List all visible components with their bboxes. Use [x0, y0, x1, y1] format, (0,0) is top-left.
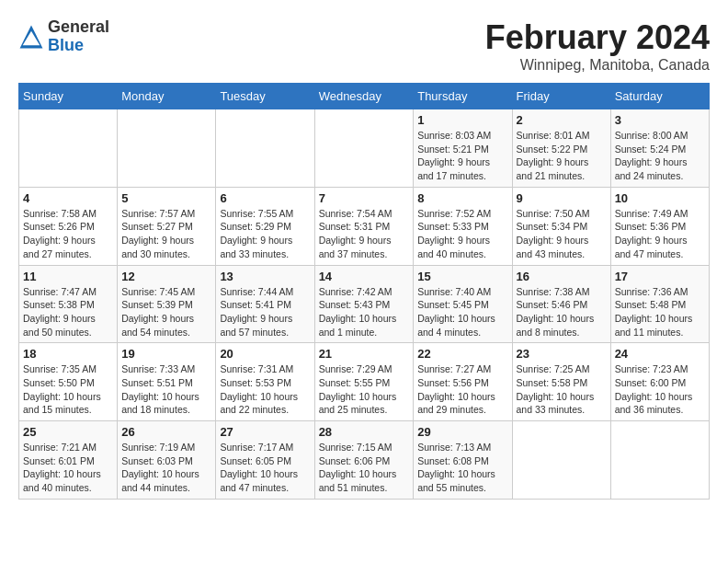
day-number: 11 [23, 270, 113, 283]
day-info: Sunrise: 7:25 AMSunset: 5:58 PMDaylight:… [517, 362, 607, 417]
calendar-week-1: 1Sunrise: 8:03 AMSunset: 5:21 PMDaylight… [19, 109, 710, 188]
calendar-week-5: 25Sunrise: 7:21 AMSunset: 6:01 PMDayligh… [19, 421, 710, 500]
day-number: 21 [319, 347, 410, 361]
day-number: 29 [417, 425, 507, 439]
calendar-cell: 16Sunrise: 7:38 AMSunset: 5:46 PMDayligh… [512, 265, 610, 343]
calendar-cell [314, 109, 414, 188]
day-number: 13 [220, 270, 310, 283]
calendar-cell: 11Sunrise: 7:47 AMSunset: 5:38 PMDayligh… [19, 265, 118, 343]
day-info: Sunrise: 7:54 AMSunset: 5:31 PMDaylight:… [319, 207, 410, 261]
day-number: 9 [517, 191, 607, 205]
day-number: 17 [615, 270, 705, 283]
calendar-week-4: 18Sunrise: 7:35 AMSunset: 5:50 PMDayligh… [19, 343, 710, 421]
page-header: General Blue February 2024 Winnipeg, Man… [18, 18, 710, 74]
location-title: Winnipeg, Manitoba, Canada [485, 57, 710, 74]
day-number: 10 [615, 191, 705, 205]
calendar-cell: 19Sunrise: 7:33 AMSunset: 5:51 PMDayligh… [118, 343, 216, 421]
day-number: 1 [417, 113, 507, 127]
calendar-cell [610, 421, 709, 500]
day-info: Sunrise: 7:29 AMSunset: 5:55 PMDaylight:… [319, 362, 410, 417]
calendar-cell: 20Sunrise: 7:31 AMSunset: 5:53 PMDayligh… [216, 343, 314, 421]
day-info: Sunrise: 7:47 AMSunset: 5:38 PMDaylight:… [23, 285, 113, 339]
day-info: Sunrise: 7:17 AMSunset: 6:05 PMDaylight:… [220, 441, 310, 495]
day-info: Sunrise: 7:33 AMSunset: 5:51 PMDaylight:… [121, 362, 211, 417]
calendar-cell: 23Sunrise: 7:25 AMSunset: 5:58 PMDayligh… [512, 343, 610, 421]
day-number: 18 [23, 347, 113, 361]
weekday-header-thursday: Thursday [414, 84, 512, 109]
calendar-cell: 27Sunrise: 7:17 AMSunset: 6:05 PMDayligh… [216, 421, 314, 500]
calendar-cell: 13Sunrise: 7:44 AMSunset: 5:41 PMDayligh… [216, 265, 314, 343]
day-number: 22 [417, 347, 507, 361]
day-info: Sunrise: 8:03 AMSunset: 5:21 PMDaylight:… [417, 129, 507, 183]
logo-general: General [48, 17, 109, 36]
day-info: Sunrise: 7:45 AMSunset: 5:39 PMDaylight:… [121, 285, 211, 339]
day-info: Sunrise: 8:00 AMSunset: 5:24 PMDaylight:… [615, 129, 705, 183]
calendar-cell: 15Sunrise: 7:40 AMSunset: 5:45 PMDayligh… [414, 265, 512, 343]
day-number: 23 [517, 347, 607, 361]
logo-blue: Blue [48, 36, 84, 54]
day-number: 26 [121, 425, 211, 439]
day-number: 8 [417, 191, 507, 205]
day-number: 27 [220, 425, 310, 439]
day-number: 16 [517, 270, 607, 283]
calendar-cell [118, 109, 216, 188]
calendar-cell: 14Sunrise: 7:42 AMSunset: 5:43 PMDayligh… [314, 265, 414, 343]
calendar-cell: 6Sunrise: 7:55 AMSunset: 5:29 PMDaylight… [216, 187, 314, 265]
day-info: Sunrise: 7:58 AMSunset: 5:26 PMDaylight:… [23, 207, 113, 261]
calendar-week-3: 11Sunrise: 7:47 AMSunset: 5:38 PMDayligh… [19, 265, 710, 343]
day-info: Sunrise: 7:21 AMSunset: 6:01 PMDaylight:… [23, 441, 113, 495]
day-info: Sunrise: 7:57 AMSunset: 5:27 PMDaylight:… [121, 207, 211, 261]
calendar-cell: 22Sunrise: 7:27 AMSunset: 5:56 PMDayligh… [414, 343, 512, 421]
day-number: 3 [615, 113, 705, 127]
day-info: Sunrise: 7:49 AMSunset: 5:36 PMDaylight:… [615, 207, 705, 261]
weekday-header-monday: Monday [118, 84, 216, 109]
day-number: 5 [121, 191, 211, 205]
calendar-cell: 17Sunrise: 7:36 AMSunset: 5:48 PMDayligh… [610, 265, 709, 343]
calendar-cell: 7Sunrise: 7:54 AMSunset: 5:31 PMDaylight… [314, 187, 414, 265]
logo: General Blue [18, 18, 109, 55]
weekday-header-row: SundayMondayTuesdayWednesdayThursdayFrid… [19, 84, 710, 109]
calendar-cell: 24Sunrise: 7:23 AMSunset: 6:00 PMDayligh… [610, 343, 709, 421]
day-info: Sunrise: 7:19 AMSunset: 6:03 PMDaylight:… [121, 441, 211, 495]
calendar-cell: 25Sunrise: 7:21 AMSunset: 6:01 PMDayligh… [19, 421, 118, 500]
day-info: Sunrise: 7:38 AMSunset: 5:46 PMDaylight:… [517, 285, 607, 339]
day-number: 6 [220, 191, 310, 205]
day-number: 15 [417, 270, 507, 283]
calendar-week-2: 4Sunrise: 7:58 AMSunset: 5:26 PMDaylight… [19, 187, 710, 265]
calendar-cell: 26Sunrise: 7:19 AMSunset: 6:03 PMDayligh… [118, 421, 216, 500]
weekday-header-saturday: Saturday [610, 84, 709, 109]
day-number: 14 [319, 270, 410, 283]
day-number: 24 [615, 347, 705, 361]
day-number: 12 [121, 270, 211, 283]
day-info: Sunrise: 7:44 AMSunset: 5:41 PMDaylight:… [220, 285, 310, 339]
day-info: Sunrise: 7:55 AMSunset: 5:29 PMDaylight:… [220, 207, 310, 261]
day-number: 28 [319, 425, 410, 439]
calendar-cell: 9Sunrise: 7:50 AMSunset: 5:34 PMDaylight… [512, 187, 610, 265]
day-info: Sunrise: 7:13 AMSunset: 6:08 PMDaylight:… [417, 441, 507, 495]
day-info: Sunrise: 7:50 AMSunset: 5:34 PMDaylight:… [517, 207, 607, 261]
day-info: Sunrise: 7:35 AMSunset: 5:50 PMDaylight:… [23, 362, 113, 417]
day-number: 20 [220, 347, 310, 361]
calendar-cell: 8Sunrise: 7:52 AMSunset: 5:33 PMDaylight… [414, 187, 512, 265]
day-info: Sunrise: 7:40 AMSunset: 5:45 PMDaylight:… [417, 285, 507, 339]
day-info: Sunrise: 7:42 AMSunset: 5:43 PMDaylight:… [319, 285, 410, 339]
calendar-cell: 18Sunrise: 7:35 AMSunset: 5:50 PMDayligh… [19, 343, 118, 421]
day-info: Sunrise: 7:15 AMSunset: 6:06 PMDaylight:… [319, 441, 410, 495]
calendar-cell: 10Sunrise: 7:49 AMSunset: 5:36 PMDayligh… [610, 187, 709, 265]
calendar-body: 1Sunrise: 8:03 AMSunset: 5:21 PMDaylight… [19, 109, 710, 500]
day-number: 2 [517, 113, 607, 127]
day-number: 4 [23, 191, 113, 205]
weekday-header-tuesday: Tuesday [216, 84, 314, 109]
day-info: Sunrise: 7:31 AMSunset: 5:53 PMDaylight:… [220, 362, 310, 417]
day-info: Sunrise: 8:01 AMSunset: 5:22 PMDaylight:… [517, 129, 607, 183]
day-info: Sunrise: 7:36 AMSunset: 5:48 PMDaylight:… [615, 285, 705, 339]
weekday-header-sunday: Sunday [19, 84, 118, 109]
calendar-cell: 3Sunrise: 8:00 AMSunset: 5:24 PMDaylight… [610, 109, 709, 188]
day-number: 7 [319, 191, 410, 205]
logo-text: General Blue [48, 18, 109, 55]
calendar-cell: 29Sunrise: 7:13 AMSunset: 6:08 PMDayligh… [414, 421, 512, 500]
day-number: 19 [121, 347, 211, 361]
calendar-cell: 5Sunrise: 7:57 AMSunset: 5:27 PMDaylight… [118, 187, 216, 265]
calendar-cell: 4Sunrise: 7:58 AMSunset: 5:26 PMDaylight… [19, 187, 118, 265]
calendar-table: SundayMondayTuesdayWednesdayThursdayFrid… [18, 83, 710, 500]
